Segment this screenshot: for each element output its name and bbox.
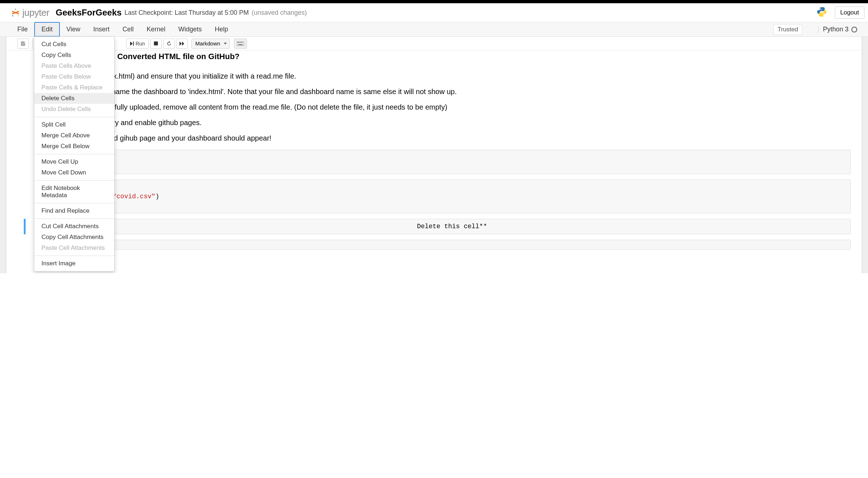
- edit-menu-paste-cells-replace: Paste Cells & Replace: [34, 82, 114, 93]
- jupyter-logo[interactable]: jupyter: [11, 7, 49, 18]
- unsaved-text: (unsaved changes): [252, 9, 307, 17]
- restart-run-all-button[interactable]: [176, 39, 188, 49]
- svg-point-3: [820, 8, 821, 9]
- stop-icon: [154, 41, 158, 45]
- edit-menu-undo-delete-cells: Undo Delete Cells: [34, 104, 114, 115]
- svg-rect-5: [154, 41, 158, 45]
- kernel-name: Python 3: [823, 26, 849, 33]
- menu-divider: [34, 203, 114, 203]
- svg-point-4: [823, 15, 824, 16]
- code-cell-4-empty[interactable]: [53, 240, 851, 250]
- code-cell-3-selected[interactable]: Delete this cell**: [53, 219, 851, 234]
- code-cell-1[interactable]: ut:") +30): [53, 150, 851, 174]
- svg-rect-12: [238, 44, 243, 45]
- cell-text: Delete this cell**: [417, 223, 487, 230]
- trusted-indicator[interactable]: Trusted: [774, 24, 802, 35]
- menu-view[interactable]: View: [60, 23, 87, 36]
- edit-menu-merge-cell-above[interactable]: Merge Cell Above: [34, 130, 114, 141]
- edit-menu-merge-cell-below[interactable]: Merge Cell Below: [34, 141, 114, 152]
- edit-dropdown: Cut CellsCopy CellsPaste Cells AbovePast…: [34, 36, 115, 271]
- edit-menu-copy-cells[interactable]: Copy Cells: [34, 50, 114, 61]
- jupyter-text: jupyter: [22, 7, 49, 18]
- step-item: of the newly created gihub page and your…: [53, 134, 851, 142]
- menu-divider: [34, 218, 114, 219]
- window-top-bar: [0, 0, 868, 3]
- command-palette-button[interactable]: [234, 39, 247, 49]
- menu-divider: [34, 154, 114, 154]
- notebook-header: jupyter GeeksForGeeks Last Checkpoint: L…: [0, 3, 868, 22]
- python-icon: [816, 6, 828, 19]
- fast-forward-icon: [180, 41, 185, 46]
- edit-menu-copy-cell-attachments[interactable]: Copy Cell Attachments: [34, 232, 114, 243]
- edit-menu-move-cell-up[interactable]: Move Cell Up: [34, 156, 114, 167]
- save-button[interactable]: [17, 39, 29, 49]
- run-button[interactable]: Run: [126, 39, 149, 49]
- code-cell-2[interactable]: as as pd d_csv("Desktop/covid.csv") ;: [53, 180, 851, 213]
- restart-icon: [167, 41, 172, 46]
- svg-point-2: [18, 16, 19, 16]
- edit-menu-paste-cells-above: Paste Cells Above: [34, 61, 114, 71]
- celltype-select[interactable]: Markdown: [191, 39, 230, 49]
- menu-kernel[interactable]: Kernel: [140, 23, 172, 36]
- cell-selection-marker: [24, 219, 26, 234]
- step-item: shboard is successfully uploaded, remove…: [53, 103, 851, 111]
- markdown-steps-list: ub repository (index.html) and ensure th…: [53, 72, 851, 142]
- save-icon: [21, 41, 26, 46]
- edit-menu-edit-notebook-metadata[interactable]: Edit Notebook Metadata: [34, 183, 114, 201]
- svg-rect-8: [239, 42, 239, 43]
- menu-divider: [34, 256, 114, 256]
- svg-rect-11: [242, 42, 243, 43]
- svg-rect-7: [238, 42, 238, 43]
- edit-menu-find-and-replace[interactable]: Find and Replace: [34, 205, 114, 216]
- edit-menu-cut-cell-attachments[interactable]: Cut Cell Attachments: [34, 221, 114, 232]
- step-item: ository is ready, rename the dashboard t…: [53, 88, 851, 96]
- interrupt-button[interactable]: [150, 39, 162, 49]
- run-label: Run: [136, 41, 145, 47]
- edit-menu-split-cell[interactable]: Split Cell: [34, 119, 114, 130]
- svg-point-1: [12, 15, 13, 17]
- step-item: ub repository (index.html) and ensure th…: [53, 72, 851, 80]
- menu-divider: [34, 117, 114, 117]
- restart-button[interactable]: [163, 39, 175, 49]
- menubar: File Edit View Insert Cell Kernel Widget…: [0, 22, 868, 37]
- keyboard-icon: [237, 41, 244, 46]
- edit-menu-insert-image[interactable]: Insert Image: [34, 258, 114, 269]
- edit-menu-move-cell-down[interactable]: Move Cell Down: [34, 167, 114, 178]
- notebook-name[interactable]: GeeksForGeeks: [56, 8, 122, 18]
- run-step-icon: [130, 41, 134, 46]
- kernel-status-icon: [851, 27, 857, 32]
- svg-rect-9: [240, 42, 240, 43]
- kernel-indicator[interactable]: Python 3: [818, 26, 857, 33]
- svg-rect-10: [241, 42, 242, 43]
- menu-divider: [34, 180, 114, 181]
- menu-file[interactable]: File: [11, 23, 34, 36]
- markdown-heading: : How to publish Converted HTML file on …: [53, 52, 851, 61]
- menu-insert[interactable]: Insert: [87, 23, 116, 36]
- step-item: gs of your repository and enable github …: [53, 119, 851, 127]
- svg-point-0: [15, 9, 16, 10]
- menu-cell[interactable]: Cell: [116, 23, 140, 36]
- edit-menu-cut-cells[interactable]: Cut Cells: [34, 39, 114, 50]
- edit-menu-delete-cells[interactable]: Delete Cells: [34, 93, 114, 104]
- checkpoint-text: Last Checkpoint: Last Thursday at 5:00 P…: [124, 9, 249, 17]
- menu-widgets[interactable]: Widgets: [172, 23, 208, 36]
- logout-button[interactable]: Logout: [835, 6, 864, 19]
- edit-menu-paste-cells-below: Paste Cells Below: [34, 71, 114, 82]
- notebook-area: : How to publish Converted HTML file on …: [6, 52, 862, 266]
- toolbar: + Run Markdown: [6, 37, 862, 50]
- menu-help[interactable]: Help: [208, 23, 235, 36]
- svg-rect-6: [237, 41, 244, 46]
- jupyter-orb-icon: [11, 8, 20, 17]
- menu-edit[interactable]: Edit: [34, 22, 60, 37]
- edit-menu-paste-cell-attachments: Paste Cell Attachments: [34, 243, 114, 253]
